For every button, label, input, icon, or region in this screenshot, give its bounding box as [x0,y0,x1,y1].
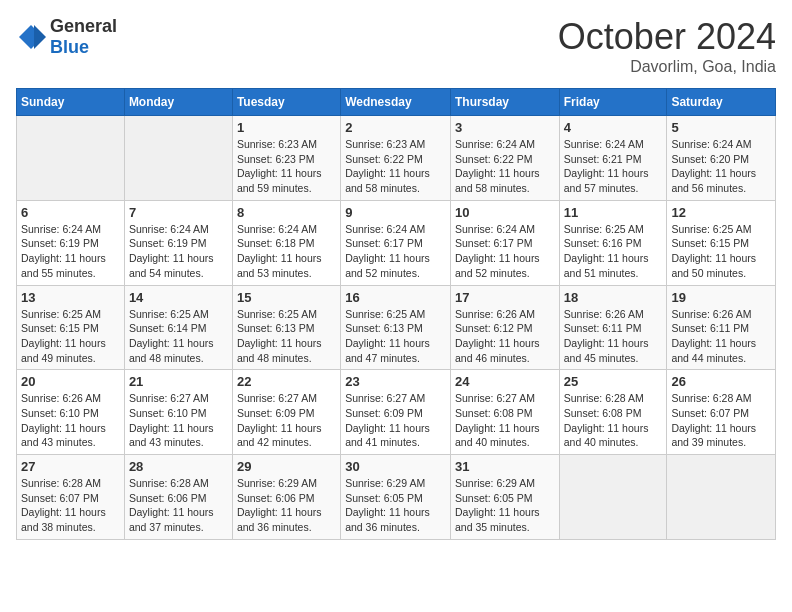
day-info: Sunrise: 6:28 AM Sunset: 6:07 PM Dayligh… [21,476,120,535]
title-block: October 2024 Davorlim, Goa, India [558,16,776,76]
day-number: 21 [129,374,228,389]
sunrise-label: Sunrise: [237,223,276,235]
page-header: General Blue October 2024 Davorlim, Goa,… [16,16,776,76]
calendar-day-11: 11 Sunrise: 6:25 AM Sunset: 6:16 PM Dayl… [559,200,667,285]
day-info: Sunrise: 6:27 AM Sunset: 6:10 PM Dayligh… [129,391,228,450]
calendar-day-12: 12 Sunrise: 6:25 AM Sunset: 6:15 PM Dayl… [667,200,776,285]
weekday-wednesday: Wednesday [341,89,451,116]
calendar-empty [17,116,125,201]
daylight-label: Daylight: [345,506,386,518]
day-number: 12 [671,205,771,220]
weekday-friday: Friday [559,89,667,116]
calendar-empty [559,455,667,540]
sunrise-label: Sunrise: [129,477,168,489]
sunset-label: Sunset: [671,153,707,165]
sunrise-label: Sunrise: [129,392,168,404]
sunrise-label: Sunrise: [564,392,603,404]
day-info: Sunrise: 6:27 AM Sunset: 6:09 PM Dayligh… [237,391,336,450]
sunrise-label: Sunrise: [564,138,603,150]
sunset-label: Sunset: [237,407,273,419]
sunrise-label: Sunrise: [21,308,60,320]
sunrise-label: Sunrise: [671,392,710,404]
sunset-label: Sunset: [21,322,57,334]
day-info: Sunrise: 6:24 AM Sunset: 6:17 PM Dayligh… [455,222,555,281]
calendar-empty [667,455,776,540]
sunset-label: Sunset: [21,492,57,504]
daylight-label: Daylight: [129,252,170,264]
daylight-label: Daylight: [671,337,712,349]
day-info: Sunrise: 6:29 AM Sunset: 6:05 PM Dayligh… [345,476,446,535]
svg-marker-1 [34,25,46,49]
calendar-day-25: 25 Sunrise: 6:28 AM Sunset: 6:08 PM Dayl… [559,370,667,455]
day-number: 25 [564,374,663,389]
day-number: 6 [21,205,120,220]
daylight-label: Daylight: [237,422,278,434]
daylight-label: Daylight: [345,337,386,349]
day-number: 27 [21,459,120,474]
calendar-day-4: 4 Sunrise: 6:24 AM Sunset: 6:21 PM Dayli… [559,116,667,201]
day-number: 14 [129,290,228,305]
day-number: 29 [237,459,336,474]
sunrise-label: Sunrise: [345,477,384,489]
daylight-label: Daylight: [21,337,62,349]
sunset-label: Sunset: [129,407,165,419]
sunrise-label: Sunrise: [455,308,494,320]
daylight-label: Daylight: [345,252,386,264]
day-number: 22 [237,374,336,389]
day-number: 16 [345,290,446,305]
calendar-day-13: 13 Sunrise: 6:25 AM Sunset: 6:15 PM Dayl… [17,285,125,370]
calendar-day-26: 26 Sunrise: 6:28 AM Sunset: 6:07 PM Dayl… [667,370,776,455]
day-number: 1 [237,120,336,135]
sunrise-label: Sunrise: [345,223,384,235]
calendar-day-17: 17 Sunrise: 6:26 AM Sunset: 6:12 PM Dayl… [450,285,559,370]
daylight-label: Daylight: [129,422,170,434]
day-number: 8 [237,205,336,220]
sunset-label: Sunset: [455,322,491,334]
calendar-day-31: 31 Sunrise: 6:29 AM Sunset: 6:05 PM Dayl… [450,455,559,540]
day-info: Sunrise: 6:27 AM Sunset: 6:09 PM Dayligh… [345,391,446,450]
sunset-label: Sunset: [345,153,381,165]
daylight-label: Daylight: [564,167,605,179]
day-number: 17 [455,290,555,305]
sunset-label: Sunset: [564,153,600,165]
sunrise-label: Sunrise: [345,308,384,320]
day-number: 10 [455,205,555,220]
weekday-thursday: Thursday [450,89,559,116]
weekday-tuesday: Tuesday [232,89,340,116]
daylight-label: Daylight: [455,337,496,349]
weekday-header-row: SundayMondayTuesdayWednesdayThursdayFrid… [17,89,776,116]
day-info: Sunrise: 6:25 AM Sunset: 6:14 PM Dayligh… [129,307,228,366]
sunrise-label: Sunrise: [129,223,168,235]
day-number: 15 [237,290,336,305]
daylight-label: Daylight: [455,252,496,264]
day-info: Sunrise: 6:24 AM Sunset: 6:18 PM Dayligh… [237,222,336,281]
calendar-table: SundayMondayTuesdayWednesdayThursdayFrid… [16,88,776,540]
calendar-day-8: 8 Sunrise: 6:24 AM Sunset: 6:18 PM Dayli… [232,200,340,285]
day-info: Sunrise: 6:25 AM Sunset: 6:15 PM Dayligh… [21,307,120,366]
sunset-label: Sunset: [345,492,381,504]
sunset-label: Sunset: [671,237,707,249]
day-info: Sunrise: 6:26 AM Sunset: 6:10 PM Dayligh… [21,391,120,450]
calendar-day-22: 22 Sunrise: 6:27 AM Sunset: 6:09 PM Dayl… [232,370,340,455]
sunrise-label: Sunrise: [455,392,494,404]
day-number: 7 [129,205,228,220]
daylight-label: Daylight: [21,506,62,518]
daylight-label: Daylight: [671,167,712,179]
calendar-day-30: 30 Sunrise: 6:29 AM Sunset: 6:05 PM Dayl… [341,455,451,540]
sunset-label: Sunset: [455,153,491,165]
day-info: Sunrise: 6:26 AM Sunset: 6:12 PM Dayligh… [455,307,555,366]
sunset-label: Sunset: [564,237,600,249]
sunrise-label: Sunrise: [237,138,276,150]
day-number: 30 [345,459,446,474]
sunset-label: Sunset: [21,407,57,419]
sunset-label: Sunset: [237,492,273,504]
sunrise-label: Sunrise: [564,308,603,320]
day-number: 9 [345,205,446,220]
daylight-label: Daylight: [129,506,170,518]
sunrise-label: Sunrise: [564,223,603,235]
day-info: Sunrise: 6:25 AM Sunset: 6:16 PM Dayligh… [564,222,663,281]
daylight-label: Daylight: [455,167,496,179]
sunset-label: Sunset: [564,322,600,334]
day-info: Sunrise: 6:27 AM Sunset: 6:08 PM Dayligh… [455,391,555,450]
calendar-week-1: 1 Sunrise: 6:23 AM Sunset: 6:23 PM Dayli… [17,116,776,201]
